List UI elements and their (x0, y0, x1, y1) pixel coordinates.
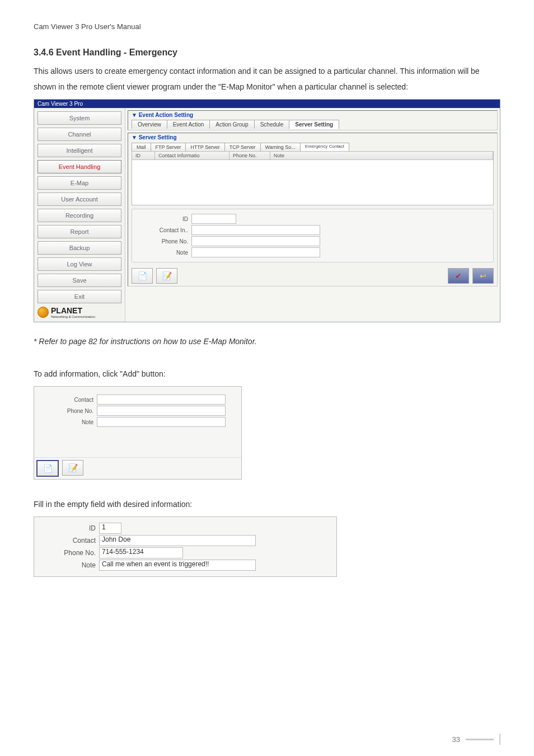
subtab-tcp[interactable]: TCP Server (224, 143, 261, 151)
sidebar-item-recording[interactable]: Recording (38, 209, 121, 222)
contact-table-body (132, 160, 494, 205)
sidebar-item-event-handling[interactable]: Event Handling (38, 160, 121, 173)
col-note: Note (270, 152, 493, 159)
label-contact: Contact In.. (132, 227, 191, 233)
sidebar-item-channel[interactable]: Channel (38, 128, 121, 141)
field-id[interactable] (191, 214, 236, 224)
sidebar-item-system[interactable]: System (38, 111, 121, 125)
emap-note: * Refer to page 82 for instructions on h… (34, 334, 500, 349)
edit-icon: 📝 (68, 463, 78, 472)
label-note2: Note (38, 419, 97, 425)
group-title-server-text: Server Setting (139, 134, 177, 140)
add-button[interactable]: 📄 (132, 268, 153, 284)
tab-action-group[interactable]: Action Group (209, 120, 254, 129)
window-title: Cam Viewer 3 Pro (34, 100, 500, 108)
tab-schedule[interactable]: Schedule (254, 120, 290, 129)
fill-caption: Fill in the empty field with desired inf… (34, 496, 500, 512)
sidebar-item-save[interactable]: Save (38, 274, 121, 287)
field-phone[interactable] (191, 236, 320, 246)
tab-event-action[interactable]: Event Action (167, 120, 210, 129)
group-title-text: Event Action Setting (139, 112, 193, 118)
edit-button[interactable]: 📝 (156, 268, 177, 284)
sidebar-item-log-view[interactable]: Log View (38, 257, 121, 271)
subtab-ftp[interactable]: FTP Server (151, 143, 186, 151)
contact-form: ID Contact In.. Phone No. Note (132, 209, 494, 262)
check-icon: ✔ (455, 271, 462, 280)
doc-header: Cam Viewer 3 Pro User's Manual (34, 22, 500, 31)
sidebar-item-intelligent[interactable]: Intelligent (38, 144, 121, 157)
field-contact3[interactable]: John Doe (99, 535, 256, 546)
col-phone: Phone No. (229, 152, 270, 159)
field-note[interactable] (191, 247, 320, 257)
field-note3[interactable]: Call me when an event is triggered!! (99, 560, 256, 571)
edit-icon: 📝 (162, 271, 172, 280)
app-window-screenshot: Cam Viewer 3 Pro System Channel Intellig… (34, 99, 500, 322)
field-contact2[interactable] (97, 395, 226, 405)
server-setting-group: ▼ Server Setting Mail FTP Server HTTP Se… (128, 133, 498, 287)
brand-subtitle: Networking & Communication (51, 315, 95, 318)
label-contact2: Contact (38, 397, 97, 403)
add-button-highlighted[interactable]: 📄 (36, 460, 59, 477)
col-id: ID (132, 152, 155, 159)
label-note3: Note (34, 561, 99, 569)
label-id: ID (132, 216, 191, 222)
edit-button-2[interactable]: 📝 (62, 460, 83, 476)
field-id3[interactable]: 1 (99, 523, 121, 534)
event-action-setting-group: ▼ Event Action Setting Overview Event Ac… (128, 110, 498, 130)
subtab-mail[interactable]: Mail (132, 143, 151, 151)
label-phone2: Phone No. (38, 408, 97, 414)
col-contact: Contact Informatio (155, 152, 229, 159)
add-caption: To add information, click "Add" button: (34, 366, 500, 382)
fill-panel-screenshot: ID1 ContactJohn Doe Phone No.714-555-123… (34, 516, 337, 577)
sidebar-item-backup[interactable]: Backup (38, 241, 121, 255)
subtab-emergency-contact[interactable]: Emergency Contact (300, 143, 349, 151)
planet-logo-icon (38, 307, 49, 318)
sidebar-item-user-account[interactable]: User Account (38, 192, 121, 206)
contact-table-header: ID Contact Informatio Phone No. Note (132, 151, 494, 160)
subtab-warning[interactable]: Warning So... (260, 143, 301, 151)
sidebar-item-emap[interactable]: E-Map (38, 176, 121, 190)
add-icon: 📄 (43, 464, 53, 473)
sidebar-item-report[interactable]: Report (38, 225, 121, 238)
back-button[interactable]: ↩ (472, 268, 494, 284)
main-pane: ▼ Event Action Setting Overview Event Ac… (125, 108, 500, 322)
label-phone: Phone No. (132, 238, 191, 245)
label-phone3: Phone No. (34, 549, 99, 557)
label-contact3: Contact (34, 537, 99, 544)
group-title-server: ▼ Server Setting (128, 133, 497, 142)
tab-server-setting[interactable]: Server Setting (289, 120, 339, 129)
field-phone2[interactable] (97, 406, 226, 416)
intro-paragraph: This allows users to create emergency co… (34, 63, 500, 95)
ok-button[interactable]: ✔ (448, 268, 469, 284)
add-panel-screenshot: Contact Phone No. Note 📄 📝 (34, 386, 242, 480)
field-contact[interactable] (191, 225, 320, 235)
back-icon: ↩ (480, 271, 486, 280)
label-note: Note (132, 250, 191, 256)
field-note2[interactable] (97, 417, 226, 427)
sidebar: System Channel Intelligent Event Handlin… (34, 108, 125, 322)
section-heading: 3.4.6 Event Handling - Emergency (34, 48, 500, 58)
subtab-http[interactable]: HTTP Server (185, 143, 224, 151)
tab-overview[interactable]: Overview (132, 120, 167, 129)
group-title: ▼ Event Action Setting (128, 111, 497, 119)
label-id3: ID (34, 524, 99, 532)
sidebar-item-exit[interactable]: Exit (38, 290, 121, 303)
brand-logo-block: PLANET Networking & Communication (38, 306, 121, 318)
brand-name: PLANET (51, 306, 95, 315)
field-phone3[interactable]: 714-555-1234 (99, 547, 183, 558)
add-icon: 📄 (138, 271, 147, 280)
